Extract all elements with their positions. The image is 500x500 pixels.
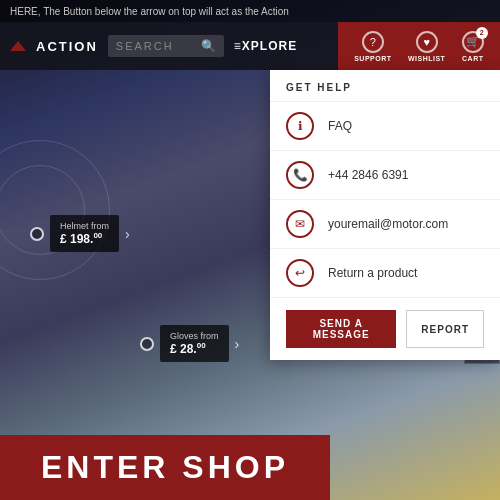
phone-item[interactable]: 📞 +44 2846 6391 [270, 151, 500, 200]
faq-icon: ℹ [286, 112, 314, 140]
helmet-label: Helmet from £ 198.00 [50, 215, 119, 252]
phone-text: +44 2846 6391 [328, 168, 408, 182]
dropdown-actions: SEND A MESSAGE REPORT [270, 298, 500, 360]
support-icon: ? [362, 31, 384, 53]
get-help-header: GET HELP [270, 70, 500, 102]
enter-shop-button[interactable]: ENTER SHOP [0, 435, 330, 500]
support-bar: ? SUPPORT ♥ WISHLIST 🛒 2 CART [338, 22, 500, 70]
navbar: ACTION 🔍 ≡XPLORE [0, 22, 340, 70]
gloves-name: Gloves from [170, 331, 219, 341]
cart-button[interactable]: 🛒 2 CART [462, 31, 484, 62]
send-message-button[interactable]: SEND A MESSAGE [286, 310, 396, 348]
search-container: 🔍 [108, 35, 224, 57]
dropdown-panel: GET HELP ℹ FAQ 📞 +44 2846 6391 ✉ yourema… [270, 70, 500, 360]
hotspot-circle-helmet [30, 227, 44, 241]
faq-text: FAQ [328, 119, 352, 133]
support-label: SUPPORT [354, 55, 391, 62]
enter-shop-label: ENTER SHOP [41, 449, 289, 486]
gloves-arrow: › [235, 336, 240, 352]
announcement-bar: HERE, The Button below the arrow on top … [0, 0, 500, 22]
faq-item[interactable]: ℹ FAQ [270, 102, 500, 151]
email-text: youremail@motor.com [328, 217, 448, 231]
helmet-hotspot[interactable]: Helmet from £ 198.00 › [30, 215, 130, 252]
email-icon: ✉ [286, 210, 314, 238]
action-button[interactable]: ACTION [36, 39, 98, 54]
wishlist-button[interactable]: ♥ WISHLIST [408, 31, 445, 62]
return-icon: ↩ [286, 259, 314, 287]
email-item[interactable]: ✉ youremail@motor.com [270, 200, 500, 249]
hotspot-circle-gloves [140, 337, 154, 351]
gloves-label: Gloves from £ 28.00 [160, 325, 229, 362]
wishlist-label: WISHLIST [408, 55, 445, 62]
gloves-hotspot[interactable]: Gloves from £ 28.00 › [140, 325, 239, 362]
phone-icon: 📞 [286, 161, 314, 189]
cart-label: CART [462, 55, 483, 62]
return-text: Return a product [328, 266, 417, 280]
support-button[interactable]: ? SUPPORT [354, 31, 391, 62]
helmet-price: £ 198.00 [60, 231, 109, 246]
wishlist-icon: ♥ [416, 31, 438, 53]
search-icon[interactable]: 🔍 [201, 39, 216, 53]
return-item[interactable]: ↩ Return a product [270, 249, 500, 298]
explore-button[interactable]: ≡XPLORE [234, 39, 297, 53]
announcement-text: HERE, The Button below the arrow on top … [10, 6, 289, 17]
cart-badge: 2 [476, 27, 488, 39]
action-arrow[interactable] [10, 41, 26, 51]
gloves-price: £ 28.00 [170, 341, 219, 356]
helmet-arrow: › [125, 226, 130, 242]
search-input[interactable] [116, 40, 196, 52]
helmet-name: Helmet from [60, 221, 109, 231]
report-button[interactable]: REPORT [406, 310, 484, 348]
